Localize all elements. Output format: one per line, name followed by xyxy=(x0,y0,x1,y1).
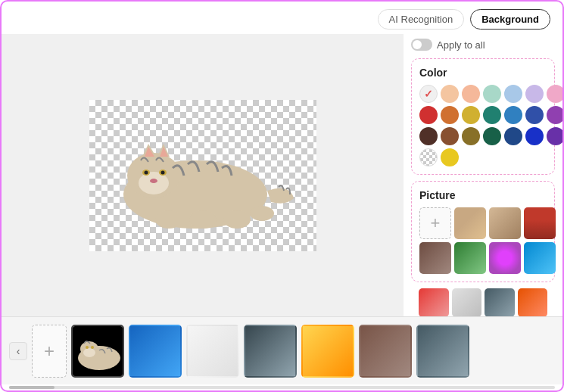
picture-thumb-4[interactable] xyxy=(419,242,451,274)
color-grid xyxy=(419,85,547,166)
svg-point-20 xyxy=(86,346,89,349)
color-swatch-salmon[interactable] xyxy=(462,85,480,103)
app-container: AI Recognition Background xyxy=(2,2,562,390)
color-swatch-brown[interactable] xyxy=(441,127,459,145)
apply-to-label: Apply to all xyxy=(437,39,485,51)
color-section-title: Color xyxy=(419,67,547,79)
filmstrip-scrollbar-thumb[interactable] xyxy=(9,386,55,389)
content-row: Apply to all Color xyxy=(2,34,562,316)
picture-thumb-6[interactable] xyxy=(489,242,521,274)
picture-thumb-7[interactable] xyxy=(524,242,556,274)
filmstrip-item-woman[interactable] xyxy=(186,325,239,378)
picture-thumb-5[interactable] xyxy=(454,242,486,274)
color-swatch-mint[interactable] xyxy=(483,85,501,103)
color-swatch-yellow[interactable] xyxy=(462,106,480,124)
color-swatch-violet[interactable] xyxy=(547,127,562,145)
color-swatch-light-blue[interactable] xyxy=(504,85,522,103)
color-swatch-purple[interactable] xyxy=(547,106,562,124)
color-swatch-olive[interactable] xyxy=(462,127,480,145)
svg-point-15 xyxy=(250,206,274,221)
color-swatch-transparent[interactable] xyxy=(419,148,438,166)
extra-thumb-4[interactable] xyxy=(518,288,548,316)
right-panel: Apply to all Color xyxy=(404,34,562,316)
picture-section-title: Picture xyxy=(419,189,547,201)
filmstrip-add[interactable]: + xyxy=(32,325,67,378)
apply-to-toggle[interactable] xyxy=(411,39,432,51)
color-swatch-dark-teal[interactable] xyxy=(483,127,501,145)
filmstrip-item-extra[interactable] xyxy=(416,325,469,378)
svg-point-14 xyxy=(223,210,251,229)
picture-thumb-2[interactable] xyxy=(489,207,521,239)
canvas-area xyxy=(2,34,404,316)
picture-section: Picture + xyxy=(411,181,555,282)
svg-point-21 xyxy=(91,346,94,349)
color-swatch-pink[interactable] xyxy=(547,85,562,103)
color-swatch-navy[interactable] xyxy=(504,127,522,145)
filmstrip-item-tiger[interactable] xyxy=(71,325,124,378)
color-swatch-dark-blue[interactable] xyxy=(525,106,544,124)
color-swatch-royal-blue[interactable] xyxy=(525,127,544,145)
svg-point-11 xyxy=(150,179,157,183)
tab-background[interactable]: Background xyxy=(470,9,550,30)
color-swatch-blue[interactable] xyxy=(504,106,522,124)
svg-point-19 xyxy=(83,348,95,357)
tiger-image xyxy=(97,107,309,244)
svg-point-10 xyxy=(160,170,164,174)
filmstrip-item-bird[interactable] xyxy=(359,325,412,378)
tiger-canvas xyxy=(89,100,316,251)
svg-point-9 xyxy=(144,170,148,174)
filmstrip-item-blond[interactable] xyxy=(301,325,354,378)
filmstrip-scrollbar[interactable] xyxy=(9,386,555,389)
svg-point-12 xyxy=(155,210,182,229)
color-swatch-red[interactable] xyxy=(419,106,438,124)
color-swatch-highlight[interactable] xyxy=(441,148,459,166)
extra-thumb-2[interactable] xyxy=(452,288,482,316)
extra-row-1 xyxy=(419,288,547,316)
picture-thumb-1[interactable] xyxy=(454,207,486,239)
picture-grid: + xyxy=(419,207,547,274)
color-swatch-peach[interactable] xyxy=(441,85,459,103)
add-picture-button[interactable]: + xyxy=(419,207,451,239)
filmstrip-item-people[interactable] xyxy=(129,325,182,378)
picture-thumb-3[interactable] xyxy=(524,207,556,239)
tab-ai-recognition[interactable]: AI Recognition xyxy=(378,9,465,30)
color-swatch-lavender[interactable] xyxy=(525,85,544,103)
filmstrip: ‹ + xyxy=(2,316,562,384)
extra-thumbs xyxy=(411,288,555,316)
extra-thumb-1[interactable] xyxy=(419,288,449,316)
filmstrip-prev[interactable]: ‹ xyxy=(9,342,27,360)
filmstrip-item-person[interactable] xyxy=(244,325,297,378)
apply-to-row: Apply to all xyxy=(411,37,555,52)
color-swatch-white[interactable] xyxy=(419,85,438,103)
extra-thumb-3[interactable] xyxy=(485,288,515,316)
svg-point-13 xyxy=(189,210,217,229)
color-swatch-orange[interactable] xyxy=(441,106,459,124)
color-swatch-teal[interactable] xyxy=(483,106,501,124)
color-section: Color xyxy=(411,58,555,175)
color-swatch-dark-brown[interactable] xyxy=(419,127,438,145)
top-bar: AI Recognition Background xyxy=(2,2,562,34)
